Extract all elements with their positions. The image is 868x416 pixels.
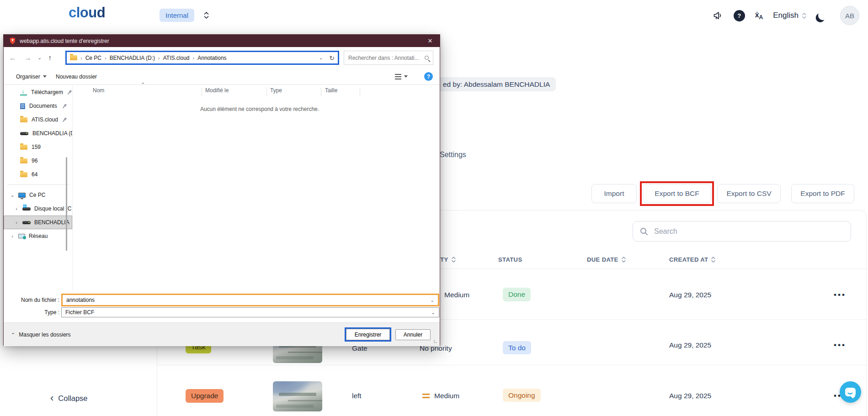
- chevron-collapsed-icon[interactable]: ›: [14, 220, 19, 225]
- row2-created-at: Aug 29, 2025: [669, 341, 711, 349]
- dialog-help-button[interactable]: ?: [424, 68, 433, 84]
- close-icon[interactable]: ✕: [421, 35, 440, 47]
- environment-badge[interactable]: Internal: [160, 9, 194, 22]
- row2-actions-menu[interactable]: •••: [834, 341, 846, 350]
- hide-folders-button[interactable]: ⌃ Masquer les dossiers: [11, 323, 71, 347]
- breadcrumb-separator: ›: [80, 55, 82, 61]
- organize-menu[interactable]: Organiser: [16, 68, 47, 84]
- drive-icon: [20, 132, 28, 135]
- column-header-due-date[interactable]: DUE DATE: [587, 256, 626, 263]
- pin-icon: [61, 103, 68, 110]
- breadcrumb-separator: ›: [193, 55, 195, 61]
- dialog-sidebar: Téléchargem Documents ATIS.cloud BENCHAD…: [4, 85, 72, 290]
- save-button[interactable]: Enregistrer: [346, 329, 390, 340]
- filename-field-highlight: ⌄: [61, 294, 439, 306]
- column-separator[interactable]: [266, 88, 267, 96]
- tree-item-reseau[interactable]: › Réseau: [4, 229, 72, 243]
- export-pdf-button[interactable]: Export to PDF: [791, 184, 854, 203]
- column-header-status[interactable]: STATUS: [498, 256, 522, 263]
- dark-mode-moon-icon[interactable]: [818, 11, 828, 21]
- row1-actions-menu[interactable]: •••: [834, 290, 846, 300]
- language-selector[interactable]: English: [773, 11, 806, 20]
- column-header-created-at[interactable]: CREATED AT: [669, 256, 715, 263]
- priority-medium-icon: [422, 394, 430, 398]
- help-icon[interactable]: ?: [734, 10, 745, 21]
- row3-thumbnail[interactable]: [273, 381, 322, 411]
- translate-icon[interactable]: ẋA: [755, 11, 763, 21]
- system-drive-icon: [22, 207, 31, 211]
- tree-item-ce-pc[interactable]: ⌄ Ce PC: [4, 188, 72, 202]
- row3-tag-badge: Upgrade: [186, 389, 224, 403]
- column-taille[interactable]: Taille: [325, 87, 337, 94]
- computer-icon: [18, 193, 26, 198]
- sidebar-item-64[interactable]: 64: [4, 168, 72, 181]
- environment-switcher-chevrons[interactable]: [203, 10, 209, 21]
- filetype-select[interactable]: Fichier BCF ⌄: [61, 307, 439, 317]
- search-input[interactable]: [654, 227, 844, 236]
- import-button[interactable]: Import: [591, 184, 637, 203]
- row3-status-badge: Ongoing: [503, 389, 541, 402]
- breadcrumb-ce-pc[interactable]: Ce PC: [85, 55, 101, 61]
- column-separator[interactable]: [321, 88, 321, 96]
- chat-bubble-button[interactable]: [840, 381, 861, 403]
- created-by-pill: ed by: Abdessalam BENCHADLIA: [437, 77, 556, 91]
- announcements-icon[interactable]: [712, 10, 724, 21]
- dialog-titlebar[interactable]: webapp.atis.cloud tente d'enregistrer ✕: [4, 35, 440, 47]
- pin-icon: [66, 89, 72, 96]
- chevron-down-icon[interactable]: ⌄: [427, 298, 438, 303]
- address-dropdown-chevron-icon[interactable]: ⌄: [319, 55, 323, 60]
- sort-icon: [452, 257, 456, 263]
- back-arrow-icon[interactable]: ←: [9, 47, 16, 68]
- dropdown-triangle-icon: [404, 75, 408, 78]
- breadcrumb-annotations[interactable]: Annotations: [197, 55, 226, 61]
- search-icon: [639, 227, 649, 236]
- up-arrow-icon[interactable]: ↑: [48, 47, 52, 68]
- chevron-collapsed-icon[interactable]: ›: [10, 233, 15, 239]
- breadcrumb-drive-d[interactable]: BENCHADLIA (D:): [110, 55, 155, 61]
- chevron-collapsed-icon[interactable]: ›: [14, 206, 19, 211]
- dropdown-triangle-icon: [43, 75, 47, 78]
- filename-label: Nom du fichier :: [4, 297, 59, 303]
- chevron-up-icon: [204, 11, 209, 15]
- sidebar-item-telechargements[interactable]: Téléchargem: [4, 85, 72, 99]
- filename-input[interactable]: [63, 297, 427, 303]
- column-nom[interactable]: Nom: [93, 87, 104, 94]
- column-separator[interactable]: [202, 88, 202, 96]
- breadcrumb-atis-cloud[interactable]: ATIS.cloud: [163, 55, 190, 61]
- chevron-expanded-icon[interactable]: ⌄: [10, 192, 15, 198]
- sidebar-collapse-button[interactable]: ‹ Collapse: [50, 394, 88, 403]
- row1-status-badge: Done: [503, 288, 531, 301]
- sidebar-item-documents[interactable]: Documents: [4, 99, 72, 113]
- export-csv-button[interactable]: Export to CSV: [717, 184, 781, 203]
- export-bcf-highlight-box: Export to BCF: [640, 181, 714, 206]
- dialog-search-input[interactable]: [348, 55, 422, 61]
- resize-grip[interactable]: [433, 340, 438, 344]
- tree-item-disque-local-c[interactable]: › Disque local (C: [4, 202, 72, 216]
- sidebar-item-atis-cloud[interactable]: ATIS.cloud: [4, 113, 72, 126]
- history-chevron-icon[interactable]: ⌄: [37, 47, 42, 68]
- sidebar-item-96[interactable]: 96: [4, 154, 72, 168]
- new-folder-button[interactable]: Nouveau dossier: [56, 68, 97, 84]
- network-icon: [18, 234, 25, 238]
- column-separator[interactable]: [360, 88, 360, 96]
- refresh-icon[interactable]: ↻: [329, 54, 335, 62]
- column-type[interactable]: Type: [270, 87, 282, 94]
- help-icon: ?: [424, 72, 433, 81]
- view-mode-button[interactable]: [395, 68, 408, 84]
- tab-settings[interactable]: Settings: [440, 151, 466, 159]
- user-avatar[interactable]: AB: [840, 6, 859, 25]
- export-bcf-button[interactable]: Export to BCF: [643, 184, 711, 203]
- document-icon: [20, 103, 25, 109]
- folder-icon: [20, 117, 27, 122]
- forward-arrow-icon[interactable]: →: [24, 47, 32, 68]
- sidebar-item-benchadlia-d[interactable]: BENCHADLIA (D: [4, 126, 72, 140]
- sort-icon: [622, 257, 626, 263]
- cancel-button[interactable]: Annuler: [395, 329, 431, 340]
- column-modifie-le[interactable]: Modifié le: [205, 87, 229, 94]
- tree-item-benchadlia-selected[interactable]: › BENCHADLIA: [4, 216, 72, 229]
- sidebar-item-159[interactable]: 159: [4, 140, 72, 154]
- sidebar-scrollbar[interactable]: [66, 157, 67, 251]
- filetype-label: Type :: [4, 309, 59, 316]
- screen: cloud Internal ? ẋA English AB: [0, 0, 868, 416]
- address-bar[interactable]: › Ce PC › BENCHADLIA (D:) › ATIS.cloud ›…: [65, 51, 339, 65]
